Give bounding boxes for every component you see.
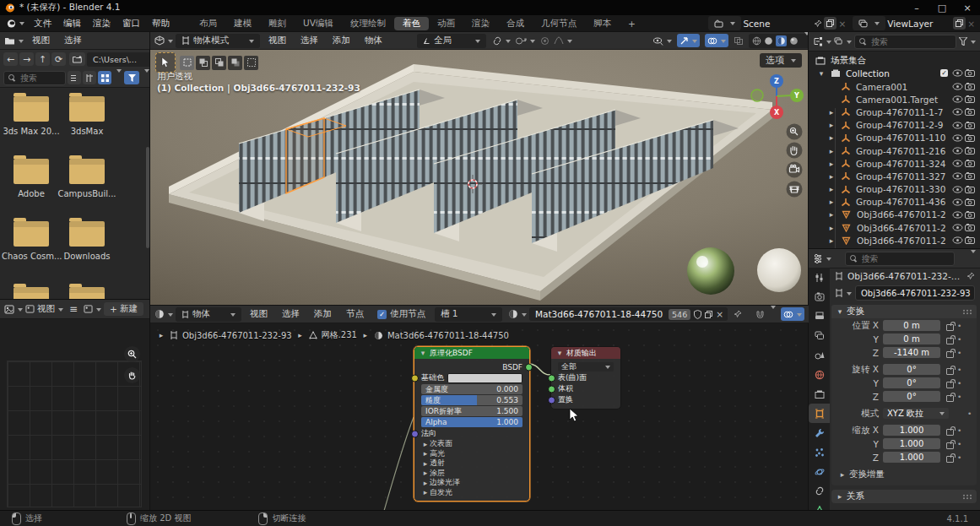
object-name-field[interactable]: Obj3d66-4767011-232-93 — [855, 285, 975, 301]
displacement-socket[interactable] — [548, 396, 555, 404]
tab-scene[interactable] — [809, 345, 830, 365]
view-layer-selector[interactable] — [853, 16, 885, 30]
shading-dropdown[interactable] — [801, 35, 809, 46]
select-mode-invert[interactable] — [228, 56, 242, 70]
output-node-header[interactable]: ▾ 材质输出 — [551, 347, 620, 359]
axis-y-negative[interactable] — [751, 89, 763, 101]
outliner-row[interactable]: Camera001.Target — [809, 93, 980, 106]
lock-icon[interactable] — [945, 392, 954, 401]
use-nodes-checkbox[interactable]: ✓ 使用节点 — [377, 308, 425, 320]
overlays-toggle[interactable] — [705, 34, 728, 47]
workspace-tab-rendering[interactable]: 渲染 — [463, 17, 498, 30]
disable-render-camera-icon[interactable] — [965, 236, 975, 244]
fake-user-shield-icon[interactable] — [694, 310, 701, 319]
camera-view-button[interactable] — [787, 162, 803, 178]
display-horizontal-list-button[interactable] — [83, 71, 96, 84]
editor-type-button[interactable] — [4, 36, 24, 46]
lock-icon[interactable] — [945, 365, 954, 374]
disable-render-camera-icon[interactable] — [965, 134, 975, 142]
gizmos-toggle[interactable] — [677, 34, 700, 47]
tab-particles[interactable] — [809, 442, 830, 462]
vp-menu-object[interactable]: 物体 — [359, 35, 388, 46]
workspace-tab-texture-paint[interactable]: 纹理绘制 — [342, 17, 394, 30]
unlink-scene-icon[interactable]: × — [838, 19, 846, 29]
workspace-tab-compositing[interactable]: 合成 — [498, 17, 533, 30]
roughness-slider[interactable]: 糙度 0.553 — [421, 395, 522, 405]
filter-settings-dropdown[interactable] — [141, 73, 149, 84]
new-image-button[interactable]: + 新建 — [104, 302, 143, 316]
pan-button[interactable] — [124, 367, 140, 383]
animate-dot[interactable]: • — [957, 379, 961, 388]
visibility-dropdown[interactable] — [652, 36, 672, 46]
bsdf-node-header[interactable]: ▾ 原理化BSDF — [414, 347, 529, 359]
image-canvas-grid[interactable] — [7, 361, 142, 507]
pin-icon[interactable] — [734, 310, 742, 318]
animate-dot[interactable]: • — [967, 409, 972, 418]
forward-button[interactable]: → — [19, 52, 34, 66]
vp-menu-view[interactable]: 视图 — [263, 35, 292, 46]
create-directory-button[interactable] — [69, 52, 85, 66]
lock-icon[interactable] — [945, 453, 954, 462]
snap-dropdown[interactable] — [767, 309, 776, 319]
workspace-tab-animation[interactable]: 动画 — [429, 17, 463, 30]
properties-search-input[interactable] — [860, 253, 950, 264]
collapse-node-icon[interactable]: ▾ — [555, 349, 564, 357]
image-view-menu[interactable]: 视图 — [25, 303, 63, 315]
collapse-node-icon[interactable]: ▾ — [419, 349, 427, 357]
pin-icon[interactable] — [966, 272, 975, 280]
bsdf-output-socket[interactable] — [525, 363, 533, 371]
workspace-tab-layout[interactable]: 布局 — [191, 17, 225, 30]
menu-edit[interactable]: 编辑 — [57, 18, 87, 30]
expand-icon[interactable]: ▸ — [827, 160, 836, 168]
tab-view-layer[interactable] — [809, 326, 830, 345]
hide-eye-icon[interactable] — [952, 147, 963, 155]
location-x-field[interactable]: 0 m — [883, 320, 940, 332]
xray-toggle[interactable] — [734, 36, 744, 46]
workspace-tab-modeling[interactable]: 建模 — [225, 17, 260, 30]
hide-eye-icon[interactable] — [952, 186, 963, 193]
drag-handle-icon[interactable] — [962, 494, 972, 500]
base-color-socket[interactable] — [411, 374, 419, 382]
display-thumbnail-button[interactable] — [98, 71, 111, 84]
hide-eye-icon[interactable] — [952, 172, 963, 180]
ior-slider[interactable]: IOR折射率 1.500 — [421, 406, 522, 416]
outliner-row[interactable]: ▸Group-4767011-1-7 — [809, 106, 980, 118]
ortho-grid-button[interactable] — [787, 182, 803, 198]
fb-menu-view[interactable]: 视图 — [26, 35, 56, 46]
animate-dot[interactable]: • — [957, 349, 961, 357]
viewport-nav-buttons[interactable] — [787, 124, 803, 198]
menu-help[interactable]: 帮助 — [146, 18, 176, 30]
hide-eye-icon[interactable] — [952, 122, 963, 129]
scale-x-field[interactable]: 1.000 — [883, 425, 940, 437]
outliner-row[interactable]: ▸Obj3d66-4767011-2 — [809, 209, 980, 221]
expand-icon[interactable]: ▸ — [827, 147, 836, 155]
outliner-row[interactable]: ▸Obj3d66-4767011-2 — [809, 234, 980, 247]
wireframe-shading-icon[interactable] — [752, 36, 761, 46]
material-shading-icon[interactable] — [776, 35, 787, 46]
shader-type-selector[interactable]: 物体 — [176, 307, 241, 322]
rotation-x-field[interactable]: 0° — [883, 364, 940, 376]
animate-dot[interactable]: • — [957, 322, 961, 330]
location-z-field[interactable]: -1140 m — [883, 347, 940, 359]
hide-eye-icon[interactable] — [952, 211, 963, 219]
image-browse-button[interactable] — [84, 305, 101, 313]
disable-render-camera-icon[interactable] — [965, 83, 975, 90]
disable-render-camera-icon[interactable] — [965, 186, 975, 193]
select-mode-intersect[interactable] — [244, 56, 258, 70]
outliner-row[interactable]: ▸Group-4767011-327 — [809, 170, 980, 182]
expand-icon[interactable]: ▸ — [827, 236, 836, 245]
outliner-row[interactable]: ▸Group-4767011-2-9 — [809, 119, 980, 132]
scale-z-field[interactable]: 1.000 — [883, 452, 940, 464]
disable-render-camera-icon[interactable] — [965, 224, 975, 231]
folder-item[interactable]: Downloads — [57, 221, 116, 261]
filter-button[interactable] — [124, 71, 139, 84]
hide-eye-icon[interactable] — [952, 95, 963, 103]
snap-target-button[interactable] — [492, 36, 511, 46]
snap-toggle[interactable] — [755, 310, 765, 319]
scale-y-field[interactable]: 1.000 — [883, 438, 940, 450]
disable-render-camera-icon[interactable] — [965, 172, 975, 180]
animate-dot[interactable]: • — [957, 453, 961, 462]
expand-icon[interactable]: ▸ — [827, 210, 836, 219]
maximize-button[interactable]: □ — [929, 3, 955, 14]
folder-item[interactable]: 3ds Max 20... — [2, 96, 61, 136]
